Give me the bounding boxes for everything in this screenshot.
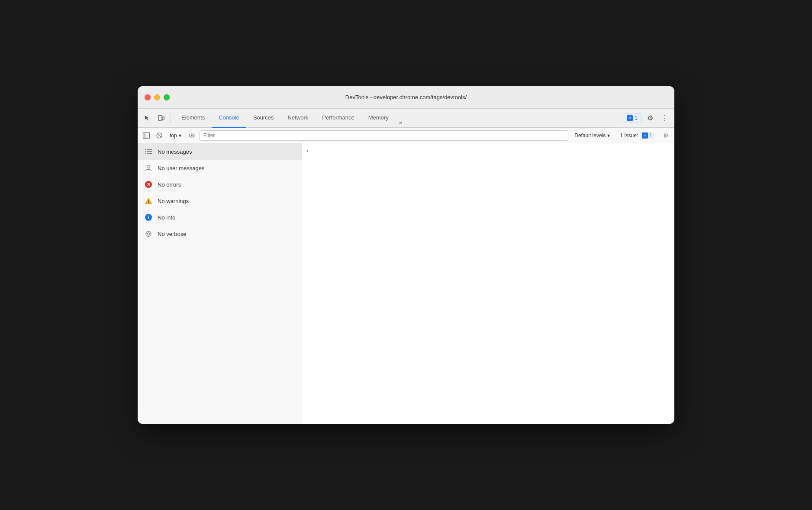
toolbar-right: ≡ 1 ⚙ ⋮ [623,112,671,124]
console-toolbar: top ▾ Default levels ▾ 1 Issue: ≡ 1 ⚙ [138,128,674,143]
issue-count-area: 1 Issue: ≡ 1 [616,131,658,140]
sidebar-item-no-warnings[interactable]: ! No warnings [138,193,302,209]
verbose-icon [145,230,152,238]
tab-elements[interactable]: Elements [174,109,212,128]
sidebar-item-no-errors[interactable]: ✕ No errors [138,176,302,193]
svg-rect-0 [158,116,162,121]
issue-prefix-label: 1 Issue: [620,132,638,139]
cursor-icon [144,115,151,122]
no-user-messages-label: No user messages [158,165,204,171]
show-console-sidebar-button[interactable] [141,130,151,141]
close-button[interactable] [145,94,151,100]
sidebar-item-no-info[interactable]: i No info [138,209,302,226]
console-settings-button[interactable]: ⚙ [661,130,671,141]
context-label: top [170,132,177,139]
issues-badge-icon: ≡ [627,115,633,121]
clear-icon [156,132,162,139]
tab-sources[interactable]: Sources [246,109,281,128]
minimize-button[interactable] [154,94,160,100]
no-errors-label: No errors [158,181,181,188]
issues-label: 1 [635,115,638,121]
title-bar: DevTools - developer.chrome.com/tags/dev… [138,86,674,109]
chevron-down-icon: ▾ [607,132,610,139]
device-toolbar-button[interactable] [155,112,167,124]
issues-button[interactable]: ≡ 1 [623,113,641,123]
tab-console[interactable]: Console [212,109,246,128]
settings-button[interactable]: ⚙ [644,112,656,124]
inspect-element-button[interactable] [141,112,153,124]
svg-point-15 [147,165,150,168]
user-icon [145,164,152,172]
toolbar-divider-1 [171,113,171,123]
sidebar-item-no-user-messages[interactable]: No user messages [138,160,302,176]
tab-network[interactable]: Network [281,109,316,128]
main-toolbar: Elements Console Sources Network Perform… [138,109,674,128]
svg-line-6 [158,134,161,137]
tab-memory[interactable]: Memory [361,109,396,128]
device-icon [158,115,164,122]
devtools-window: DevTools - developer.chrome.com/tags/dev… [138,86,674,424]
context-selector[interactable]: top ▾ [167,132,184,139]
sidebar-item-no-messages[interactable]: No messages [138,143,302,160]
sidebar-icon [143,132,150,139]
clear-console-button[interactable] [154,130,164,141]
svg-rect-4 [143,133,145,138]
more-options-button[interactable]: ⋮ [659,112,671,124]
chevron-down-icon: ▾ [179,132,181,139]
issue-badge[interactable]: ≡ 1 [640,132,654,139]
more-tabs-button[interactable]: » [396,117,406,128]
tab-bar: Elements Console Sources Network Perform… [174,109,621,128]
sidebar-item-no-verbose[interactable]: No verbose [138,226,302,242]
console-prompt[interactable]: › [306,147,309,154]
warning-icon: ! [145,197,152,205]
window-title: DevTools - developer.chrome.com/tags/dev… [345,94,467,100]
no-warnings-label: No warnings [158,198,189,204]
default-levels-dropdown[interactable]: Default levels ▾ [571,132,613,139]
svg-point-18 [148,233,150,235]
list-icon [145,148,152,155]
info-icon: i [145,213,152,221]
eye-icon [189,132,195,139]
error-icon: ✕ [145,181,152,188]
console-sidebar: No messages No user messages ✕ No errors [138,143,302,424]
issue-badge-icon: ≡ [642,132,648,139]
main-content: No messages No user messages ✕ No errors [138,143,674,424]
live-expression-button[interactable] [187,130,197,141]
svg-text:!: ! [148,200,149,204]
maximize-button[interactable] [164,94,170,100]
traffic-lights [145,94,170,100]
no-info-label: No info [158,214,175,221]
svg-point-8 [191,135,193,136]
issue-count-label: 1 [649,132,652,139]
no-verbose-label: No verbose [158,231,186,237]
tab-performance[interactable]: Performance [315,109,361,128]
no-messages-label: No messages [158,148,192,155]
console-area[interactable]: › [302,143,674,424]
filter-input[interactable] [200,130,569,141]
default-levels-label: Default levels [574,132,606,139]
svg-rect-1 [162,117,164,120]
